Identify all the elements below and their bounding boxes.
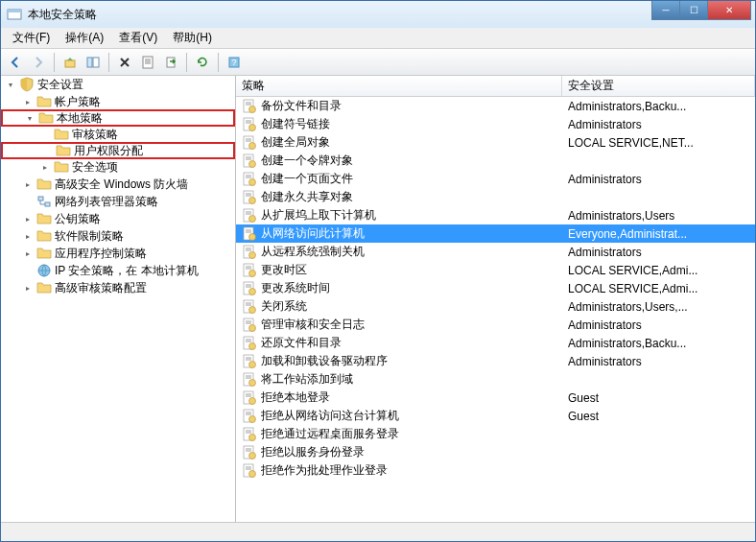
policy-row[interactable]: 从网络访问此计算机Everyone,Administrat...: [236, 224, 755, 243]
tree-node-label: 应用程序控制策略: [55, 246, 147, 262]
expander-icon[interactable]: ▸: [22, 247, 34, 259]
back-button[interactable]: [5, 52, 26, 73]
tree-node-audit_policy[interactable]: 审核策略: [1, 126, 235, 143]
expander-icon: [39, 129, 51, 140]
list-scroll[interactable]: 策略 安全设置 备份文件和目录Administrators,Backu...创建…: [236, 76, 755, 522]
policy-row[interactable]: 创建符号链接Administrators: [236, 115, 755, 133]
svg-point-18: [249, 106, 256, 112]
menu-view[interactable]: 查看(V): [111, 28, 165, 48]
policy-row[interactable]: 创建一个令牌对象: [236, 152, 755, 170]
expander-icon[interactable]: ▸: [39, 161, 51, 173]
tree-node-label: 安全设置: [37, 77, 83, 93]
folder-icon: [56, 143, 71, 158]
expander-icon[interactable]: ▸: [22, 213, 34, 224]
policy-setting: Administrators,Backu...: [562, 100, 755, 113]
policy-name: 拒绝以服务身份登录: [261, 444, 365, 460]
svg-point-66: [249, 324, 256, 331]
folder-icon: [54, 159, 69, 175]
tree-node-app_control[interactable]: ▸应用程序控制策略: [1, 245, 235, 262]
tree-node-label: 安全选项: [72, 159, 118, 176]
statusbar: [1, 522, 755, 541]
policy-row[interactable]: 创建全局对象LOCAL SERVICE,NET...: [236, 133, 755, 152]
policy-row[interactable]: 更改系统时间LOCAL SERVICE,Admi...: [236, 279, 755, 297]
tree-node-firewall[interactable]: ▸高级安全 Windows 防火墙: [1, 176, 235, 193]
menu-file[interactable]: 文件(F): [5, 28, 58, 48]
menu-action[interactable]: 操作(A): [58, 28, 111, 48]
maximize-button[interactable]: ☐: [679, 1, 708, 20]
policy-setting: Administrators,Backu...: [562, 337, 755, 350]
policy-row[interactable]: 创建一个页面文件Administrators: [236, 170, 755, 188]
up-button[interactable]: [59, 52, 81, 73]
policy-row[interactable]: 拒绝本地登录Guest: [236, 389, 755, 407]
policy-row[interactable]: 备份文件和目录Administrators,Backu...: [236, 97, 755, 115]
expander-icon[interactable]: ▾: [5, 79, 16, 90]
svg-point-82: [249, 397, 256, 404]
policy-icon: [242, 245, 257, 260]
policy-setting: Administrators: [562, 355, 755, 368]
expander-icon: [22, 196, 34, 207]
tree-node-root[interactable]: ▾安全设置: [1, 76, 235, 93]
forward-button[interactable]: [28, 52, 49, 73]
help-button[interactable]: ?: [224, 52, 245, 73]
column-policy[interactable]: 策略: [236, 76, 562, 96]
close-button[interactable]: ✕: [707, 1, 751, 20]
expander-icon[interactable]: ▸: [22, 230, 34, 242]
policy-icon: [242, 99, 257, 114]
policy-icon: [242, 153, 257, 169]
policy-setting: Administrators: [562, 118, 755, 131]
policy-name: 备份文件和目录: [261, 98, 342, 114]
svg-point-22: [249, 124, 256, 130]
column-setting[interactable]: 安全设置: [562, 76, 755, 96]
policy-row[interactable]: 创建永久共享对象: [236, 188, 755, 206]
tree-node-security_options[interactable]: ▸安全选项: [1, 158, 235, 176]
tree-node-adv_audit[interactable]: ▸高级审核策略配置: [1, 279, 235, 296]
folder-icon: [36, 246, 52, 261]
expander-icon[interactable]: ▾: [24, 112, 35, 124]
policy-row[interactable]: 还原文件和目录Administrators,Backu...: [236, 334, 755, 352]
tree-node-ipsec[interactable]: IP 安全策略，在 本地计算机: [1, 262, 235, 279]
tree-node-netlist[interactable]: 网络列表管理器策略: [1, 193, 235, 210]
policy-row[interactable]: 关闭系统Administrators,Users,...: [236, 297, 755, 316]
refresh-button[interactable]: [192, 52, 213, 73]
policy-setting: Administrators: [562, 173, 755, 186]
policy-row[interactable]: 管理审核和安全日志Administrators: [236, 316, 755, 334]
policy-name: 创建一个页面文件: [261, 171, 353, 187]
folder-icon: [36, 194, 52, 209]
policy-name: 拒绝本地登录: [261, 389, 330, 406]
delete-button[interactable]: [114, 52, 135, 73]
tree-node-account_policy[interactable]: ▸帐户策略: [1, 93, 235, 110]
tree-panel[interactable]: ▾安全设置▸帐户策略▾本地策略审核策略用户权限分配▸安全选项▸高级安全 Wind…: [1, 76, 236, 522]
policy-row[interactable]: 拒绝作为批处理作业登录: [236, 461, 755, 480]
policy-row[interactable]: 拒绝通过远程桌面服务登录: [236, 425, 755, 443]
svg-point-90: [249, 434, 256, 440]
titlebar[interactable]: 本地安全策略 ─ ☐ ✕: [1, 1, 755, 28]
tree-node-label: 软件限制策略: [55, 228, 124, 245]
menu-help[interactable]: 帮助(H): [165, 28, 220, 48]
tree-node-local_policy[interactable]: ▾本地策略: [1, 109, 235, 127]
policy-row[interactable]: 拒绝从网络访问这台计算机Guest: [236, 407, 755, 425]
expander-icon[interactable]: ▸: [22, 96, 34, 107]
svg-point-58: [249, 288, 256, 295]
policy-row[interactable]: 更改时区LOCAL SERVICE,Admi...: [236, 261, 755, 279]
policy-setting: LOCAL SERVICE,Admi...: [562, 282, 755, 295]
export-button[interactable]: [160, 52, 181, 73]
tree-node-user_rights[interactable]: 用户权限分配: [1, 142, 235, 159]
window-title: 本地安全策略: [28, 7, 755, 23]
policy-icon: [242, 409, 257, 424]
policy-row[interactable]: 从远程系统强制关机Administrators: [236, 243, 755, 261]
tree-node-pubkey[interactable]: ▸公钥策略: [1, 210, 235, 227]
policy-name: 更改时区: [261, 262, 307, 278]
properties-button[interactable]: [137, 52, 158, 73]
expander-icon[interactable]: ▸: [22, 282, 34, 294]
show-hide-tree-button[interactable]: [83, 52, 104, 73]
policy-row[interactable]: 从扩展坞上取下计算机Administrators,Users: [236, 206, 755, 224]
tree-node-sw_restrict[interactable]: ▸软件限制策略: [1, 227, 235, 245]
expander-icon[interactable]: ▸: [22, 178, 34, 190]
minimize-button[interactable]: ─: [651, 1, 680, 20]
menubar: 文件(F) 操作(A) 查看(V) 帮助(H): [1, 28, 755, 49]
policy-name: 创建全局对象: [261, 134, 330, 151]
policy-row[interactable]: 拒绝以服务身份登录: [236, 443, 755, 461]
policy-row[interactable]: 将工作站添加到域: [236, 370, 755, 389]
policy-row[interactable]: 加载和卸载设备驱动程序Administrators: [236, 352, 755, 370]
svg-point-46: [249, 233, 256, 240]
